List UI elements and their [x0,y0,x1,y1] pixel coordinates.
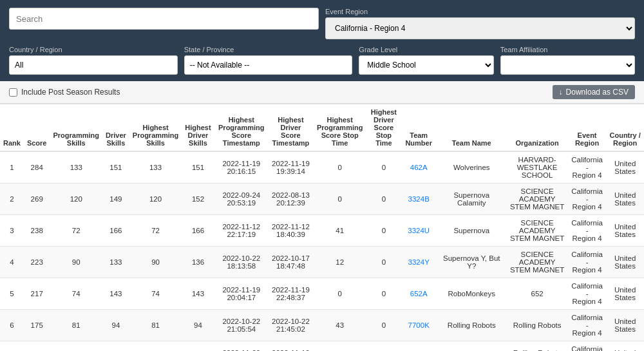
grade-select[interactable]: Middle School [359,55,493,75]
table-cell-8: 41 [313,215,367,247]
table-cell-2: 90 [50,247,102,278]
col-header-9: Highest Driver Score Stop Time [366,104,401,152]
table-cell-4: 90 [129,247,182,278]
table-cell-9: 0 [366,184,401,215]
search-wrap [9,8,319,39]
table-cell-8: 12 [313,247,367,278]
table-cell-14: United States [606,151,644,184]
table-cell-0: 1 [0,151,24,184]
table-cell-4: 81 [129,310,182,341]
state-label: State / Province [184,46,353,53]
table-cell-9: 0 [366,278,401,310]
table-cell-6: 2022-09-24 20:53:19 [214,184,269,215]
team-number-cell: 3324Y [401,247,437,278]
table-cell-8: 0 [313,278,367,310]
table-cell-8: 0 [313,341,367,352]
table-cell-14: United States [606,247,644,278]
table-row: 521774143741432022-11-19 20:04:172022-11… [0,278,644,310]
table-cell-9: 0 [366,310,401,341]
table-cell-6: 2022-11-20 00:25:38 [214,341,269,352]
table-cell-5: 136 [182,247,214,278]
col-header-11: Team Name [437,104,506,152]
state-filter: State / Province [184,46,353,75]
results-table: RankScoreProgramming SkillsDriver Skills… [0,104,644,351]
table-cell-0: 4 [0,247,24,278]
table-cell-4: 74 [129,278,182,310]
team-number-cell: 7700K [401,310,437,341]
table-cell-5: 94 [182,310,214,341]
table-cell-1: 175 [24,310,50,341]
table-cell-4: 133 [129,151,182,184]
table-cell-13: California - Region 4 [568,310,607,341]
team-number-cell: 652A [401,278,437,310]
col-header-13: Event Region [568,104,607,152]
table-cell-13: California - Region 4 [568,184,607,215]
table-cell-2: 72 [50,215,102,247]
table-cell-0: 3 [0,215,24,247]
table-cell-9: 0 [366,151,401,184]
table-cell-4: 72 [129,215,182,247]
col-header-8: Highest Programming Score Stop Time [313,104,367,152]
table-cell-7: 2022-10-17 18:47:48 [269,247,313,278]
table-cell-11: Wolverines [437,151,506,184]
country-filter: Country / Region [9,46,178,75]
affil-select[interactable] [500,55,635,75]
table-cell-0: 7 [0,341,24,352]
table-cell-3: 151 [102,151,129,184]
table-cell-12: Rolling Robots [506,310,567,341]
table-cell-2: 81 [50,310,102,341]
table-container: RankScoreProgramming SkillsDriver Skills… [0,104,644,351]
table-cell-6: 2022-11-19 20:16:15 [214,151,269,184]
team-number-link[interactable]: 462A [410,164,428,171]
table-cell-2: 120 [50,184,102,215]
table-cell-12: HARVARD-WESTLAKE SCHOOL [506,151,567,184]
download-csv-button[interactable]: ↓ Download as CSV [553,85,635,99]
event-region-wrap: Event Region California - Region 4 [325,8,635,39]
table-cell-5: 143 [182,278,214,310]
filter-row: Country / Region State / Province Grade … [9,46,635,75]
table-cell-2: 56 [50,341,102,352]
table-row: 12841331511331512022-11-19 20:16:152022-… [0,151,644,184]
table-cell-3: 99 [102,341,129,352]
team-number-link[interactable]: 7700K [408,321,430,329]
team-number-link[interactable]: 3324Y [408,258,430,266]
table-row: 22691201491201522022-09-24 20:53:192022-… [0,184,644,215]
country-input[interactable] [9,55,178,75]
team-number-link[interactable]: 3324U [408,227,430,234]
table-cell-13: California - Region 4 [568,341,607,352]
team-number-link[interactable]: 652A [410,290,428,298]
search-input[interactable] [9,8,319,30]
table-row: 323872166721662022-11-12 22:17:192022-11… [0,215,644,247]
search-row: Event Region California - Region 4 [9,8,635,39]
grade-label: Grade Level [359,46,493,53]
table-cell-13: California - Region 4 [568,151,607,184]
team-number-cell: 462A [401,151,437,184]
table-cell-1: 269 [24,184,50,215]
postseason-checkbox-label[interactable]: Include Post Season Results [9,88,120,97]
table-cell-5: 152 [182,184,214,215]
col-header-5: Highest Driver Skills [182,104,214,152]
col-header-3: Driver Skills [102,104,129,152]
table-row: 7155569956992022-11-20 00:25:382022-11-1… [0,341,644,352]
table-cell-8: 0 [313,151,367,184]
table-cell-14: United States [606,341,644,352]
table-cell-12: 652 [506,278,567,310]
col-header-4: Highest Programming Skills [129,104,182,152]
table-cell-13: California - Region 4 [568,215,607,247]
postseason-checkbox[interactable] [9,88,17,97]
team-number-cell: 7700C [401,341,437,352]
table-cell-0: 2 [0,184,24,215]
table-cell-11: Rolling Robots [437,310,506,341]
state-input[interactable] [184,55,353,75]
grade-filter: Grade Level Middle School [359,46,493,75]
table-cell-14: United States [606,215,644,247]
team-number-link[interactable]: 3324B [408,195,430,203]
event-region-select[interactable]: California - Region 4 [325,17,635,39]
options-row: Include Post Season Results ↓ Download a… [0,81,644,104]
download-label: Download as CSV [566,88,629,97]
table-cell-11: Supernova Y, But Y? [437,247,506,278]
table-cell-13: California - Region 4 [568,247,607,278]
country-label: Country / Region [9,46,178,53]
table-cell-1: 155 [24,341,50,352]
table-cell-9: 0 [366,247,401,278]
